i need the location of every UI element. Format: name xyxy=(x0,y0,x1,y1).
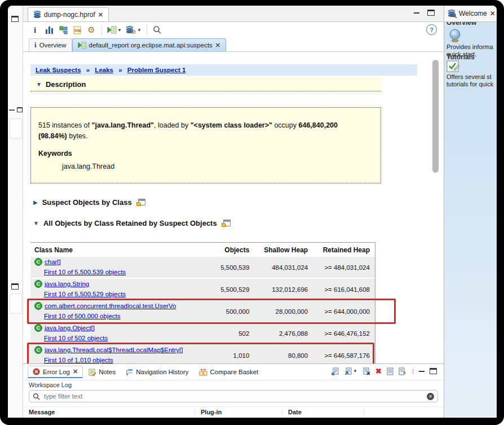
column-header-class-name[interactable]: Class Name xyxy=(30,245,209,255)
class-link[interactable]: char[] xyxy=(45,258,61,265)
tab-label: Notes xyxy=(99,369,116,375)
column-header-retained-heap[interactable]: Retained Heap xyxy=(313,246,375,254)
close-icon[interactable]: ✕ xyxy=(98,11,103,19)
objects-cell: 502 xyxy=(209,323,254,344)
editor-tab-heapdump[interactable]: dump-nogc.hprof ✕ xyxy=(28,7,109,21)
thread-overview-icon[interactable]: ⚙ xyxy=(86,24,96,36)
help-icon[interactable]: ? xyxy=(426,24,437,35)
section-suspect-objects[interactable]: ▶ Suspect Objects by Class xyxy=(30,198,427,207)
delete-log-icon[interactable]: ✖ xyxy=(375,367,382,375)
close-icon[interactable]: ✕ xyxy=(73,368,78,375)
tab-label: Navigation History xyxy=(136,369,188,375)
column-header-message[interactable]: Message xyxy=(23,409,195,415)
export-entry-icon[interactable] xyxy=(399,367,407,375)
column-header-shallow-heap[interactable]: Shallow Heap xyxy=(254,246,313,254)
objects-cell: 5,500,529 xyxy=(209,279,254,300)
filter-input[interactable] xyxy=(43,392,424,400)
retained-heap-cell: >= 646,587,176 xyxy=(313,345,375,363)
navigation-history-icon xyxy=(126,369,133,376)
column-header-objects[interactable]: Objects xyxy=(209,246,254,254)
column-header-date[interactable]: Date xyxy=(282,409,364,415)
first-objects-link[interactable]: First 10 of 502 objects xyxy=(44,335,108,341)
tab-label: default_report org.eclipse.mat.api:suspe… xyxy=(89,42,213,49)
view-menu-icon[interactable]: ⁞ xyxy=(412,368,414,375)
minimize-view-icon[interactable] xyxy=(9,109,15,111)
open-log-icon[interactable] xyxy=(387,367,394,375)
class-link[interactable]: java.lang.String xyxy=(45,281,89,287)
breadcrumb-link-leak-suspects[interactable]: Leak Suspects xyxy=(36,67,81,73)
open-query-browser-icon[interactable]: ⚙ ▼ xyxy=(126,24,142,36)
maximize-icon[interactable] xyxy=(430,368,437,374)
tab-notes[interactable]: Notes xyxy=(84,367,120,378)
table-row: Cjava.lang.Object[]First 10 of 502 objec… xyxy=(30,323,375,344)
breadcrumb-link-leaks[interactable]: Leaks xyxy=(95,67,113,73)
open-in-window-icon[interactable] xyxy=(136,199,145,206)
table-row: Cjava.lang.ThreadLocal$ThreadLocalMap$En… xyxy=(30,345,375,363)
tab-error-log[interactable]: Error Log ✕ xyxy=(28,366,83,378)
bottom-tab-bar: Error Log ✕ Notes Navigation History Com… xyxy=(23,364,444,380)
breadcrumb-separator: » xyxy=(86,67,90,73)
open-in-window-icon[interactable] xyxy=(222,220,231,227)
objects-cell: 1,010 xyxy=(209,345,254,363)
restore-view-icon[interactable] xyxy=(11,283,19,290)
shallow-heap-cell: 2,476,088 xyxy=(254,323,313,344)
restore-view-icon[interactable] xyxy=(17,107,23,112)
left-fast-view-bar xyxy=(8,6,23,418)
breadcrumb-link-problem-suspect-1[interactable]: Problem Suspect 1 xyxy=(127,67,186,73)
vertical-scrollbar[interactable] xyxy=(432,58,439,362)
welcome-tab[interactable]: Welcome ✕ xyxy=(444,6,497,22)
search-icon[interactable] xyxy=(152,24,162,36)
column-header-plugin[interactable]: Plug-in xyxy=(195,409,282,415)
close-icon[interactable]: ✕ xyxy=(215,42,220,49)
welcome-content: Overview Provides informa quick start. T… xyxy=(444,22,497,418)
tab-compare-basket[interactable]: Compare Basket xyxy=(194,367,263,378)
filter-field[interactable]: ✕ xyxy=(29,390,438,402)
class-icon: C xyxy=(34,258,42,266)
section-all-objects[interactable]: ▼ All Objects by Class Retained by Suspe… xyxy=(30,219,427,227)
export-log-icon[interactable] xyxy=(331,367,339,375)
dominator-tree-icon[interactable] xyxy=(58,24,68,36)
overview-globe-icon[interactable] xyxy=(448,28,462,43)
class-link[interactable]: java.lang.ThreadLocal$ThreadLocalMap$Ent… xyxy=(45,347,183,353)
minimize-icon[interactable] xyxy=(419,371,425,372)
first-objects-link[interactable]: First 10 of 500,000 objects xyxy=(44,313,121,319)
compare-basket-icon xyxy=(199,369,207,376)
clear-filter-icon[interactable]: ✕ xyxy=(427,393,434,400)
result-tab-bar: i Overview default_report org.eclipse.ma… xyxy=(23,38,444,52)
scrollbar-thumb[interactable] xyxy=(432,60,439,173)
info-icon: i xyxy=(34,41,37,50)
oql-icon[interactable]: OQL xyxy=(72,24,82,36)
first-objects-link[interactable]: First 10 of 5,500,539 objects xyxy=(44,269,126,275)
restore-view-icon[interactable] xyxy=(11,16,19,22)
welcome-tutorials-heading: Tutorials xyxy=(446,53,475,59)
minimize-icon[interactable] xyxy=(414,12,419,14)
first-objects-link[interactable]: First 10 of 1,010 objects xyxy=(44,357,113,363)
info-icon[interactable]: i xyxy=(30,24,40,36)
table-row: Cchar[]First 10 of 5,500,539 objects5,50… xyxy=(30,257,375,278)
import-log-icon[interactable]: ▼ xyxy=(344,367,357,375)
shallow-heap-cell: 28,000,000 xyxy=(254,301,313,322)
dropdown-caret-icon: ▼ xyxy=(137,28,142,33)
section-title: All Objects by Class Retained by Suspect… xyxy=(43,219,217,227)
maximize-icon[interactable] xyxy=(427,10,435,16)
tab-label: Compare Basket xyxy=(210,369,259,375)
class-link[interactable]: com.albert.concurrent.threadlocal.test.U… xyxy=(45,303,176,309)
chevron-right-icon: ▶ xyxy=(33,199,38,205)
close-icon[interactable]: ✕ xyxy=(490,10,496,17)
description-section-header[interactable]: ▼ Description xyxy=(30,77,381,91)
log-table-header: Message Plug-in Date xyxy=(23,406,444,415)
search-icon xyxy=(33,393,40,400)
bottom-panel: Error Log ✕ Notes Navigation History Com… xyxy=(23,363,444,418)
chevron-down-icon: ▼ xyxy=(36,81,42,87)
clear-log-icon[interactable] xyxy=(362,367,370,375)
tab-overview[interactable]: i Overview xyxy=(29,38,72,51)
run-expert-report-icon[interactable]: ▼ xyxy=(107,24,122,36)
eclipse-mat-window: dump-nogc.hprof ✕ i OQL xyxy=(8,6,497,418)
tutorials-icon[interactable] xyxy=(446,60,460,73)
first-objects-link[interactable]: First 10 of 5,500,529 objects xyxy=(44,291,126,297)
tab-default-report[interactable]: default_report org.eclipse.mat.api:suspe… xyxy=(72,38,226,51)
histogram-icon[interactable] xyxy=(44,24,54,36)
description-title: Description xyxy=(46,80,86,89)
tab-navigation-history[interactable]: Navigation History xyxy=(121,367,193,378)
class-link[interactable]: java.lang.Object[] xyxy=(45,325,95,331)
